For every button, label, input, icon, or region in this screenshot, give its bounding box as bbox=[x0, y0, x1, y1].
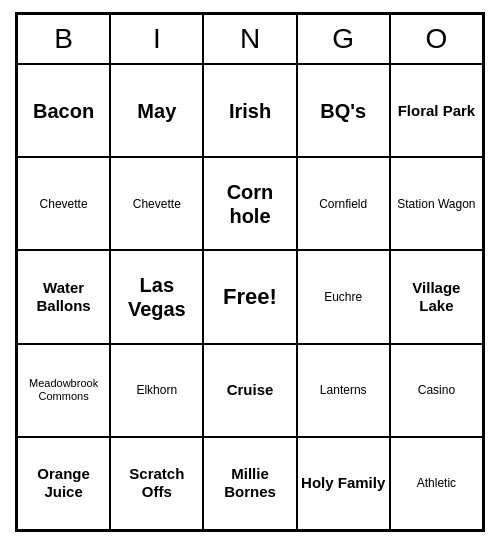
bingo-cell: Lanterns bbox=[297, 344, 390, 437]
bingo-cell: Scratch Offs bbox=[110, 437, 203, 530]
bingo-row: Orange JuiceScratch OffsMillie BornesHol… bbox=[17, 437, 483, 530]
bingo-cell: Chevette bbox=[17, 157, 110, 250]
bingo-cell: BQ's bbox=[297, 64, 390, 157]
header-letter: N bbox=[203, 14, 296, 64]
bingo-cell: Chevette bbox=[110, 157, 203, 250]
bingo-cell: Free! bbox=[203, 250, 296, 343]
header-letter: I bbox=[110, 14, 203, 64]
header-letter: G bbox=[297, 14, 390, 64]
header-letter: O bbox=[390, 14, 483, 64]
bingo-cell: Las Vegas bbox=[110, 250, 203, 343]
bingo-cell: Euchre bbox=[297, 250, 390, 343]
bingo-cell: Orange Juice bbox=[17, 437, 110, 530]
bingo-row: BaconMayIrishBQ'sFloral Park bbox=[17, 64, 483, 157]
bingo-cell: Bacon bbox=[17, 64, 110, 157]
bingo-cell: Corn hole bbox=[203, 157, 296, 250]
bingo-cell: Meadowbrook Commons bbox=[17, 344, 110, 437]
bingo-cell: Holy Family bbox=[297, 437, 390, 530]
bingo-cell: May bbox=[110, 64, 203, 157]
bingo-cell: Casino bbox=[390, 344, 483, 437]
bingo-cell: Cruise bbox=[203, 344, 296, 437]
bingo-cell: Millie Bornes bbox=[203, 437, 296, 530]
bingo-row: Meadowbrook CommonsElkhornCruiseLanterns… bbox=[17, 344, 483, 437]
bingo-cell: Station Wagon bbox=[390, 157, 483, 250]
bingo-header: BINGO bbox=[17, 14, 483, 64]
bingo-body: BaconMayIrishBQ'sFloral ParkChevetteChev… bbox=[17, 64, 483, 530]
bingo-row: ChevetteChevetteCorn holeCornfieldStatio… bbox=[17, 157, 483, 250]
bingo-row: Water BallonsLas VegasFree!EuchreVillage… bbox=[17, 250, 483, 343]
header-letter: B bbox=[17, 14, 110, 64]
bingo-cell: Floral Park bbox=[390, 64, 483, 157]
bingo-cell: Village Lake bbox=[390, 250, 483, 343]
bingo-cell: Athletic bbox=[390, 437, 483, 530]
bingo-cell: Cornfield bbox=[297, 157, 390, 250]
bingo-cell: Irish bbox=[203, 64, 296, 157]
bingo-cell: Water Ballons bbox=[17, 250, 110, 343]
bingo-card: BINGO BaconMayIrishBQ'sFloral ParkChevet… bbox=[15, 12, 485, 532]
bingo-cell: Elkhorn bbox=[110, 344, 203, 437]
